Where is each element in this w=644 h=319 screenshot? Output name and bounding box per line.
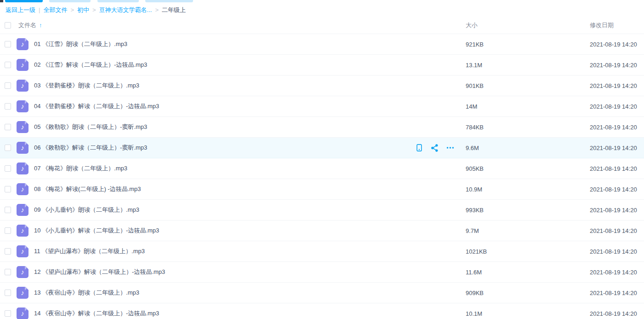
file-name[interactable]: 04 《登鹳雀楼》解读（二年级上）-边筱晶.mp3 xyxy=(34,102,159,110)
file-date: 2021-08-19 14:20 xyxy=(590,124,644,131)
file-date: 2021-08-19 14:20 xyxy=(590,186,644,193)
row-checkbox[interactable] xyxy=(5,103,11,110)
table-row[interactable]: ♪ 07 《梅花》朗读（二年级上）.mp3 905KB 2021-08-19 1… xyxy=(0,158,644,179)
file-name[interactable]: 01 《江雪》朗读（二年级上）.mp3 xyxy=(34,40,127,48)
row-checkbox[interactable] xyxy=(5,145,11,151)
table-row[interactable]: ♪ 13 《夜宿山寺》朗读（二年级上）.mp3 909KB 2021-08-19… xyxy=(0,283,644,303)
file-name[interactable]: 13 《夜宿山寺》朗读（二年级上）.mp3 xyxy=(34,289,139,297)
name-cell: 07 《梅花》朗读（二年级上）.mp3 xyxy=(34,164,466,173)
file-name[interactable]: 05 《敕勒歌》朗读（二年级上）-窦昕.mp3 xyxy=(34,123,147,131)
file-size: 993KB xyxy=(466,207,590,214)
file-name[interactable]: 06 《敕勒歌》解读（二年级上）-窦昕.mp3 xyxy=(34,144,147,152)
row-checkbox[interactable] xyxy=(5,62,11,68)
toolbar-button-stub[interactable] xyxy=(0,0,3,2)
file-name[interactable]: 11 《望庐山瀑布》朗读（二年级上）.mp3 xyxy=(34,247,145,255)
table-row[interactable]: ♪ 04 《登鹳雀楼》解读（二年级上）-边筱晶.mp3 14M 2021-08-… xyxy=(0,96,644,117)
table-row[interactable]: ♪ 01 《江雪》朗读（二年级上）.mp3 921KB 2021-08-19 1… xyxy=(0,34,644,55)
table-row[interactable]: ♪ 03 《登鹳雀楼》朗读（二年级上）.mp3 901KB 2021-08-19… xyxy=(0,75,644,96)
row-checkbox[interactable] xyxy=(5,124,11,130)
select-all-checkbox[interactable] xyxy=(5,22,11,29)
row-checkbox[interactable] xyxy=(5,165,11,172)
file-size: 13.1M xyxy=(466,62,590,69)
file-name[interactable]: 10 《小儿垂钓》解读（二年级上）-边筱晶.mp3 xyxy=(34,226,159,235)
list-header: 文件名 ↑ 大小 修改日期 xyxy=(0,17,644,34)
row-checkbox[interactable] xyxy=(5,248,11,255)
file-size: 1021KB xyxy=(466,248,590,255)
breadcrumb-item-course[interactable]: 豆神大语文学霸名... xyxy=(99,6,152,14)
filename-header-label[interactable]: 文件名 xyxy=(18,21,36,29)
table-row[interactable]: ♪ 06 《敕勒歌》解读（二年级上）-窦昕.mp3 xyxy=(0,138,644,158)
table-row[interactable]: ♪ 05 《敕勒歌》朗读（二年级上）-窦昕.mp3 784KB 2021-08-… xyxy=(0,117,644,138)
file-name[interactable]: 08 《梅花》解读(二年级上) -边筱晶.mp3 xyxy=(34,185,141,193)
audio-file-icon: ♪ xyxy=(17,59,28,71)
audio-file-icon: ♪ xyxy=(17,162,28,174)
breadcrumb-current: 二年级上 xyxy=(162,6,186,14)
breadcrumb-item-all-files[interactable]: 全部文件 xyxy=(43,6,67,14)
row-checkbox[interactable] xyxy=(5,186,11,192)
row-checkbox[interactable] xyxy=(5,269,11,275)
audio-file-icon: ♪ xyxy=(17,38,28,50)
file-size: 921KB xyxy=(466,41,590,48)
name-cell: 04 《登鹳雀楼》解读（二年级上）-边筱晶.mp3 xyxy=(34,102,466,110)
name-cell: 14 《夜宿山寺》解读（二年级上）-边筱晶.mp3 xyxy=(34,309,466,318)
file-date: 2021-08-19 14:20 xyxy=(590,269,644,276)
table-row[interactable]: ♪ 08 《梅花》解读(二年级上) -边筱晶.mp3 10.9M 2021-08… xyxy=(0,179,644,200)
music-note-icon: ♪ xyxy=(21,165,24,172)
toolbar-button-stub[interactable] xyxy=(97,0,139,2)
save-to-phone-icon[interactable] xyxy=(415,144,423,152)
file-date: 2021-08-19 14:20 xyxy=(590,41,644,48)
file-size: 11.6M xyxy=(466,269,590,276)
audio-file-icon: ♪ xyxy=(17,266,28,278)
breadcrumb-separator: > xyxy=(92,6,96,14)
table-row[interactable]: ♪ 09 《小儿垂钓》朗读（二年级上）.mp3 993KB 2021-08-19… xyxy=(0,200,644,220)
row-checkbox[interactable] xyxy=(5,82,11,89)
file-size: 9.6M xyxy=(466,145,590,151)
row-checkbox[interactable] xyxy=(5,41,11,47)
toolbar-button-stub[interactable] xyxy=(5,0,43,2)
file-name[interactable]: 03 《登鹳雀楼》朗读（二年级上）.mp3 xyxy=(34,81,139,90)
column-header-date[interactable]: 修改日期 xyxy=(590,21,644,29)
music-note-icon: ♪ xyxy=(21,123,24,130)
file-name[interactable]: 12 《望庐山瀑布》解读（二年级上）-边筱晶.mp3 xyxy=(34,268,165,276)
row-checkbox[interactable] xyxy=(5,207,11,213)
file-size: 905KB xyxy=(466,165,590,172)
file-name[interactable]: 07 《梅花》朗读（二年级上）.mp3 xyxy=(34,164,127,173)
table-row[interactable]: ♪ 10 《小儿垂钓》解读（二年级上）-边筱晶.mp3 9.7M 2021-08… xyxy=(0,220,644,241)
audio-file-icon: ♪ xyxy=(17,245,28,257)
breadcrumb-item-junior[interactable]: 初中 xyxy=(77,6,89,14)
name-cell: 09 《小儿垂钓》朗读（二年级上）.mp3 xyxy=(34,206,466,214)
toolbar-button-stub[interactable] xyxy=(145,0,193,2)
row-checkbox[interactable] xyxy=(5,310,11,317)
toolbar-button-stub[interactable] xyxy=(49,0,91,2)
name-cell: 01 《江雪》朗读（二年级上）.mp3 xyxy=(34,40,466,48)
music-note-icon: ♪ xyxy=(21,310,24,317)
row-actions xyxy=(415,144,455,152)
row-checkbox[interactable] xyxy=(5,227,11,234)
file-name[interactable]: 02 《江雪》解读（二年级上）-边筱晶.mp3 xyxy=(34,61,147,69)
row-checkbox[interactable] xyxy=(5,290,11,296)
file-name[interactable]: 14 《夜宿山寺》解读（二年级上）-边筱晶.mp3 xyxy=(34,309,159,318)
file-date: 2021-08-19 14:20 xyxy=(590,145,644,151)
file-size: 14M xyxy=(466,103,590,110)
music-note-icon: ♪ xyxy=(21,289,24,296)
table-row[interactable]: ♪ 14 《夜宿山寺》解读（二年级上）-边筱晶.mp3 10.1M 2021-0… xyxy=(0,303,644,319)
file-date: 2021-08-19 14:20 xyxy=(590,62,644,69)
music-note-icon: ♪ xyxy=(21,248,24,255)
breadcrumb-back-link[interactable]: 返回上一级 xyxy=(6,6,35,14)
sort-ascending-icon[interactable]: ↑ xyxy=(39,22,42,29)
file-date: 2021-08-19 14:20 xyxy=(590,290,644,296)
music-note-icon: ♪ xyxy=(21,82,24,89)
file-size: 909KB xyxy=(466,290,590,296)
breadcrumb-separator: > xyxy=(155,6,159,14)
table-row[interactable]: ♪ 11 《望庐山瀑布》朗读（二年级上）.mp3 1021KB 2021-08-… xyxy=(0,241,644,262)
file-name[interactable]: 09 《小儿垂钓》朗读（二年级上）.mp3 xyxy=(34,206,139,214)
table-row[interactable]: ♪ 12 《望庐山瀑布》解读（二年级上）-边筱晶.mp3 11.6M 2021-… xyxy=(0,262,644,283)
table-row[interactable]: ♪ 02 《江雪》解读（二年级上）-边筱晶.mp3 13.1M 2021-08-… xyxy=(0,55,644,75)
file-size: 10.1M xyxy=(466,310,590,317)
name-cell: 12 《望庐山瀑布》解读（二年级上）-边筱晶.mp3 xyxy=(34,268,466,276)
name-cell: 03 《登鹳雀楼》朗读（二年级上）.mp3 xyxy=(34,81,466,90)
more-actions-icon[interactable] xyxy=(446,144,455,152)
column-header-size[interactable]: 大小 xyxy=(466,21,590,29)
share-icon[interactable] xyxy=(430,144,439,152)
audio-file-icon: ♪ xyxy=(17,80,28,92)
